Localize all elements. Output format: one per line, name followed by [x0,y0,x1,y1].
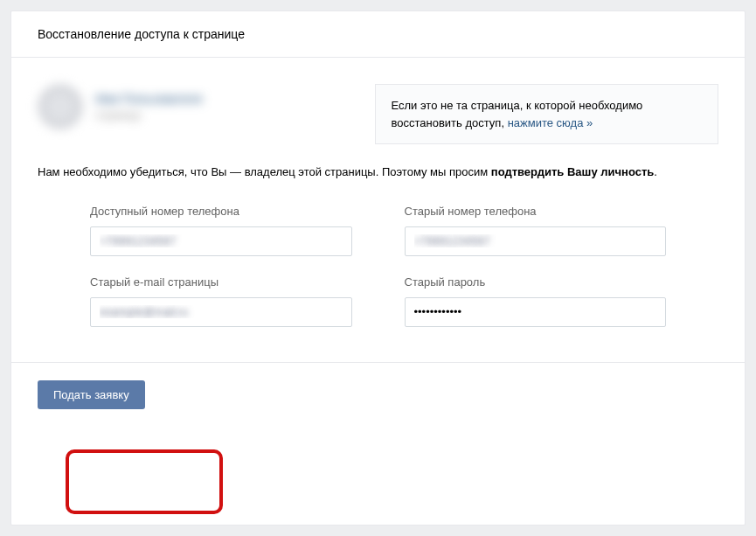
user-sub: страница [95,109,202,122]
click-here-link[interactable]: нажмите сюда » [508,116,593,129]
restore-access-card: Восстановление доступа к странице Имя По… [10,10,746,526]
field-available-phone: Доступный номер телефона [90,205,352,256]
field-old-email: Старый e-mail страницы [90,275,352,327]
input-old-password[interactable] [405,297,667,327]
label-old-password: Старый пароль [405,275,667,289]
input-old-email[interactable] [90,297,352,327]
input-old-phone[interactable] [405,226,667,256]
avatar [38,84,83,129]
description-text: Нам необходимо убедиться, что Вы — владе… [38,164,718,182]
label-available-phone: Доступный номер телефона [90,205,352,218]
card-footer: Подать заявку [11,362,745,427]
form-grid: Доступный номер телефона Старый номер те… [38,205,718,327]
page-title: Восстановление доступа к странице [38,27,718,41]
label-old-email: Старый e-mail страницы [90,275,352,289]
card-header: Восстановление доступа к странице [11,11,745,58]
submit-button[interactable]: Подать заявку [38,380,145,409]
user-text: Имя Пользователя страница [95,92,202,122]
field-old-password: Старый пароль [405,275,667,327]
user-name: Имя Пользователя [95,92,202,106]
label-old-phone: Старый номер телефона [405,205,667,218]
field-old-phone: Старый номер телефона [405,205,667,256]
user-block: Имя Пользователя страница [38,84,349,129]
card-body: Имя Пользователя страница Если это не та… [11,58,745,362]
highlight-frame [66,449,223,514]
wrong-page-notice: Если это не та страница, к которой необх… [375,84,719,144]
top-row: Имя Пользователя страница Если это не та… [38,84,718,144]
input-available-phone[interactable] [90,226,352,256]
